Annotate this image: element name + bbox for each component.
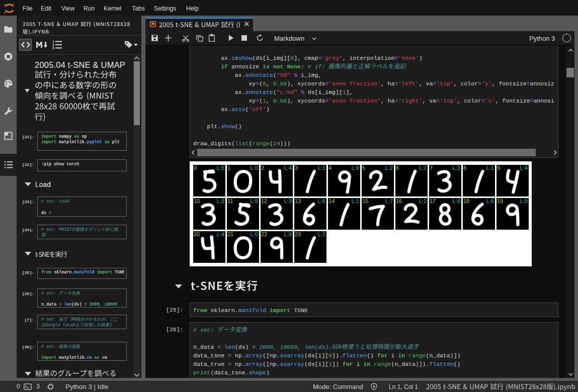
svg-text:3: 3 [52, 47, 54, 49]
